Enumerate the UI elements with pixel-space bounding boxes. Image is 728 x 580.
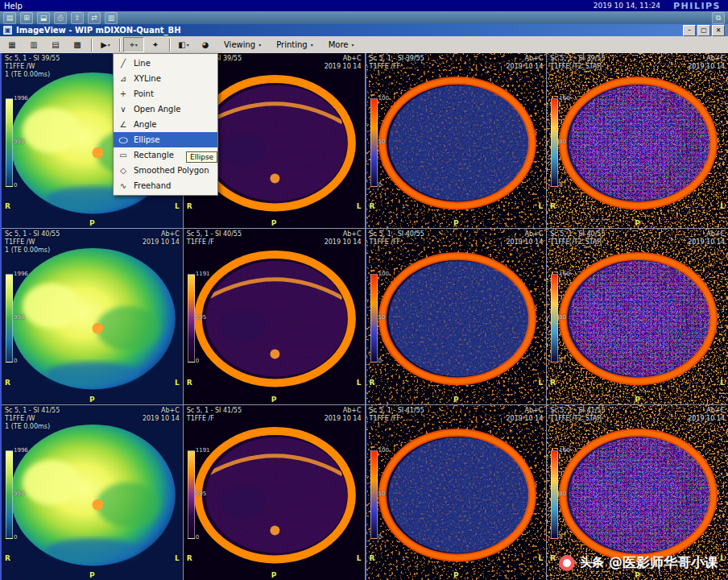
rectangle-icon: ▭ (118, 151, 129, 160)
queue-icon[interactable]: ▥ (105, 12, 118, 24)
printing-menu[interactable]: Printing▾ (269, 36, 320, 53)
slice-label: Sc 5, 1 - SI 41/55 (5, 407, 60, 415)
chevron-down-icon: ▾ (187, 42, 189, 48)
slice-annotation: Sc 5, 1 - SI 41/55T1FFE /FF (370, 407, 424, 423)
orientation-marker-left-side: L (539, 554, 544, 562)
close-button[interactable]: ✕ (712, 25, 725, 36)
viewport-cell-r3c1[interactable]: Sc 5, 1 - SI 41/55T1FFE /W1 (TE 0.00ms)A… (2, 405, 183, 580)
slice-annotation: Sc 5, 1 - SI 40/55T1FFE /W1 (TE 0.00ms) (5, 230, 60, 255)
scale-value: 0 (378, 182, 389, 188)
cine-play-button[interactable]: ▶▾ (95, 37, 116, 52)
cine-play-icon: ▶ (101, 40, 107, 49)
mri-slice-image (184, 229, 365, 404)
print-icon[interactable]: ⎙ (54, 12, 67, 24)
watermark-brand: 头条 (580, 555, 604, 570)
scale-value: 160 (559, 447, 569, 454)
sequence-label: T1FFE /F (187, 238, 242, 246)
coil-label: Ab+C (143, 407, 180, 415)
layout-1x1-button[interactable]: ▦ (2, 37, 23, 52)
icon-bar-icons: ▤⊞⬓⎙⇪⇄▥ (3, 12, 118, 24)
patient-admin-icon[interactable]: ▤ (3, 12, 16, 24)
orientation-marker-right-side: R (187, 379, 192, 387)
viewport-cell-r1c4[interactable]: Sc 5, 1 - SI 39/55T1FFE /T2_STARAb+C2019… (547, 53, 728, 228)
chevron-down-icon: ▾ (108, 42, 110, 48)
menu-item-smoothed-polygon[interactable]: ◇Smoothed Polygon (114, 163, 217, 178)
orientation-marker-left-side: L (357, 202, 362, 210)
viewport-cell-r3c3[interactable]: Sc 5, 1 - SI 41/55T1FFE /FFAb+C2019 10 1… (366, 405, 547, 580)
menu-item-xyline[interactable]: ⊿XYLine (114, 71, 217, 86)
ellipse-icon: ○ (118, 135, 129, 144)
network-transfer-icon[interactable]: ⇄ (88, 12, 101, 24)
orientation-marker-right-side: R (187, 202, 192, 210)
mri-slice-image (184, 405, 365, 580)
save-icon[interactable]: ⬓ (37, 12, 50, 24)
scale-value: 100 (378, 95, 389, 102)
viewport-cell-r3c2[interactable]: Sc 5, 1 - SI 41/55T1FFE /FAb+C2019 10 14… (184, 405, 365, 580)
echo-label: 1 (TE 0.00ms) (5, 423, 60, 431)
menu-item-label: Ellipse (134, 135, 159, 144)
annotation-tool-button[interactable]: ⌖▾ (123, 37, 144, 52)
mri-slice-image (547, 53, 728, 228)
watermark: 头条 @医影师华哥小课 (559, 553, 718, 572)
menu-item-freehand[interactable]: ∿Freehand (114, 178, 217, 193)
export-icon[interactable]: ⇪ (71, 12, 84, 24)
orientation-marker-right-side: R (5, 379, 10, 387)
orientation-marker-left-side: L (720, 379, 725, 387)
quick-icon-bar: ▤⊞⬓⎙⇪⇄▥ ⧉ (0, 11, 728, 24)
viewing-menu[interactable]: Viewing▾ (217, 36, 268, 53)
scale-value: 50 (378, 139, 389, 145)
layout-custom-button[interactable]: ▩ (67, 37, 88, 52)
ellipse-tooltip: Ellipse (186, 151, 217, 163)
orientation-marker-right-side: R (5, 554, 10, 562)
menu-item-label: Freehand (134, 181, 171, 190)
overlay-toggle-button[interactable]: ◧▾ (173, 37, 194, 52)
viewport-cell-r2c2[interactable]: Sc 5, 1 - SI 40/55T1FFE /FAb+C2019 10 14… (184, 229, 365, 404)
layout-1x2-button[interactable]: ▥ (23, 37, 44, 52)
exam-folder-icon[interactable]: ⊞ (20, 12, 33, 24)
toutiao-logo-icon (559, 555, 575, 571)
magic-wand-button[interactable]: ✦ (145, 37, 166, 52)
viewport-cell-r1c3[interactable]: Sc 5, 1 - SI 39/55T1FFE /FFAb+C2019 10 1… (366, 53, 547, 228)
slice-annotation: Sc 5, 1 - SI 40/55T1FFE /F (187, 230, 242, 246)
more-menu[interactable]: More▾ (321, 36, 362, 53)
angle-icon: ∠ (118, 120, 129, 129)
scale-value: 1996 (14, 447, 28, 454)
menu-item-angle[interactable]: ∠Angle (114, 117, 217, 132)
menu-item-point[interactable]: +Point (114, 86, 217, 102)
maximize-button[interactable]: ▢ (697, 25, 710, 36)
more-menu-label: More (329, 40, 349, 49)
scale-value: 100 (378, 447, 389, 454)
menu-item-label: Open Angle (134, 105, 180, 114)
philips-logo: PHILIPS (673, 1, 721, 11)
toolbar-separator (91, 39, 92, 52)
help-menu[interactable]: Help (4, 2, 23, 10)
viewport-cell-r2c4[interactable]: Sc 5, 1 - SI 40/55T1FFE /T2_STARAb+C2019… (547, 229, 728, 404)
color-scale-bar (6, 450, 13, 539)
orientation-marker-posterior: P (89, 219, 95, 227)
menu-item-open-angle[interactable]: ∨Open Angle (114, 102, 217, 117)
color-scale-labels: 100500 (378, 447, 389, 541)
detach-window-icon[interactable]: ⧉ (712, 12, 725, 24)
color-scale-labels: 160800 (559, 447, 569, 541)
layout-2x2-button[interactable]: ▤ (45, 37, 66, 52)
palette-button[interactable]: ◕ (195, 37, 216, 52)
date-label: 2019 10 14 (506, 415, 543, 423)
viewport-cell-r2c1[interactable]: Sc 5, 1 - SI 40/55T1FFE /W1 (TE 0.00ms)A… (2, 229, 183, 404)
menu-item-line[interactable]: ╱Line (114, 56, 217, 71)
orientation-marker-left-side: L (357, 554, 362, 562)
study-annotation: Ab+C2019 10 14 (325, 407, 362, 423)
sequence-label: T1FFE /T2_STAR (550, 238, 605, 246)
orientation-marker-left-side: L (539, 202, 544, 210)
color-scale-bar (6, 98, 13, 187)
color-scale-bar (370, 274, 378, 362)
viewport-cell-r2c3[interactable]: Sc 5, 1 - SI 40/55T1FFE /FFAb+C2019 10 1… (366, 229, 547, 404)
minimize-button[interactable]: – (683, 25, 696, 36)
sequence-label: T1FFE /FF (370, 238, 424, 246)
color-scale-bar (188, 450, 195, 539)
scale-value: 160 (559, 95, 569, 102)
menu-item-ellipse[interactable]: ○Ellipse (114, 132, 217, 147)
orientation-marker-posterior: P (635, 571, 640, 579)
scale-value: 0 (378, 358, 389, 364)
scale-value: 0 (559, 358, 569, 364)
orientation-marker-left-side: L (175, 202, 180, 210)
